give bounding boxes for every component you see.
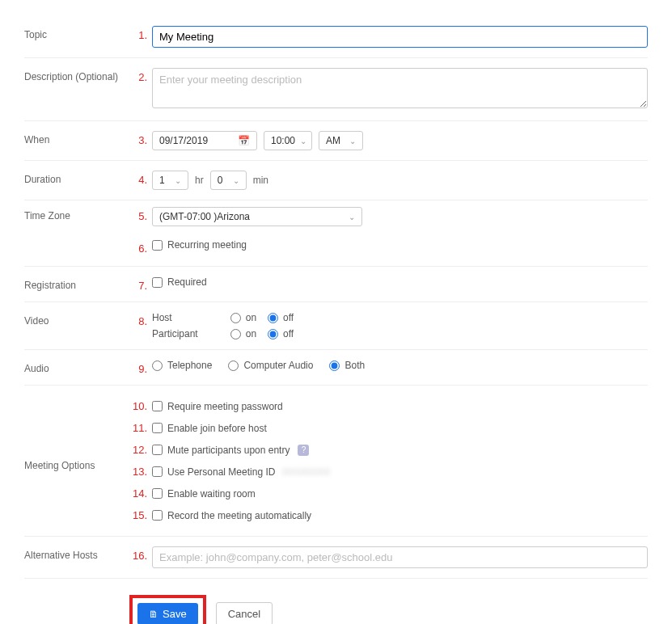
time-value: 10:00	[271, 135, 295, 146]
chevron-down-icon: ⌄	[349, 213, 355, 221]
step-5: 5.	[129, 207, 152, 222]
label-alternative-hosts: Alternative Hosts	[24, 546, 129, 561]
label-description: Description (Optional)	[24, 68, 129, 82]
step-14: 14.	[129, 487, 152, 500]
step-7: 7.	[129, 276, 152, 292]
row-description: Description (Optional) 2.	[24, 58, 648, 121]
calendar-icon: 📅	[238, 135, 250, 146]
label-topic: Topic	[24, 26, 129, 40]
waiting-room-checkbox[interactable]: Enable waiting room	[152, 488, 256, 500]
pmi-blurred: 000000000	[281, 466, 330, 478]
audio-telephone[interactable]: Telephone	[152, 360, 212, 371]
ampm-value: AM	[326, 135, 340, 146]
row-meeting-options: Meeting Options 10. Require meeting pass…	[24, 386, 648, 537]
recurring-label: Recurring meeting	[167, 239, 247, 251]
row-registration: Registration 7. Required	[24, 267, 648, 302]
label-timezone: Time Zone	[24, 207, 129, 221]
row-timezone-group: Time Zone 5. (GMT-07:00 )Arizona ⌄ 6. Re…	[24, 200, 648, 267]
minutes-value: 0	[218, 175, 223, 186]
registration-required-checkbox[interactable]: Required	[152, 276, 648, 288]
chevron-down-icon: ⌄	[233, 176, 239, 185]
chevron-down-icon: ⌄	[349, 137, 356, 145]
participant-video-off[interactable]: off	[268, 328, 294, 339]
host-video-on[interactable]: on	[230, 312, 256, 323]
cancel-button[interactable]: Cancel	[216, 602, 273, 624]
row-duration: Duration 4. 1 ⌄ hr 0 ⌄ min	[24, 161, 648, 200]
host-video-off[interactable]: off	[268, 312, 294, 323]
step-16: 16.	[129, 546, 152, 562]
label-meeting-options: Meeting Options	[24, 395, 129, 471]
audio-both[interactable]: Both	[329, 360, 365, 371]
timezone-select[interactable]: (GMT-07:00 )Arizona ⌄	[152, 207, 362, 226]
min-label: min	[253, 175, 268, 186]
row-video: Video 8. Host Participant on off on off	[24, 302, 648, 350]
save-highlight-box: 🗎 Save	[129, 595, 206, 624]
step-6: 6.	[129, 239, 152, 255]
duration-hours-select[interactable]: 1 ⌄	[152, 171, 188, 190]
topic-input[interactable]	[152, 26, 648, 48]
date-value: 09/17/2019	[159, 135, 208, 146]
step-3: 3.	[129, 131, 152, 146]
ampm-select[interactable]: AM ⌄	[319, 131, 363, 150]
step-8: 8.	[129, 312, 152, 327]
date-picker[interactable]: 09/17/2019 📅	[152, 131, 257, 150]
save-button[interactable]: 🗎 Save	[137, 603, 198, 624]
description-input[interactable]	[152, 68, 648, 108]
participant-video-on[interactable]: on	[230, 328, 256, 339]
meeting-settings-form: Topic 1. Description (Optional) 2. When …	[0, 0, 672, 624]
save-icon: 🗎	[149, 609, 158, 620]
step-2: 2.	[129, 68, 152, 83]
step-11: 11.	[129, 422, 152, 434]
row-topic: Topic 1.	[24, 16, 648, 58]
video-host-label: Host	[152, 312, 198, 323]
chevron-down-icon: ⌄	[175, 176, 181, 185]
recurring-meeting-checkbox[interactable]: Recurring meeting	[152, 239, 648, 251]
row-when: When 3. 09/17/2019 📅 10:00 ⌄ AM ⌄	[24, 121, 648, 161]
step-13: 13.	[129, 466, 152, 478]
label-when: When	[24, 131, 129, 145]
hr-label: hr	[195, 175, 204, 186]
required-checkbox-input[interactable]	[152, 277, 163, 288]
recurring-checkbox-input[interactable]	[152, 240, 163, 251]
step-9: 9.	[129, 360, 152, 375]
mute-on-entry-checkbox[interactable]: Mute participants upon entry?	[152, 445, 309, 456]
info-icon[interactable]: ?	[298, 445, 309, 456]
join-before-host-checkbox[interactable]: Enable join before host	[152, 423, 267, 434]
hours-value: 1	[159, 175, 165, 186]
alternative-hosts-input[interactable]	[152, 546, 648, 568]
required-label: Required	[167, 276, 207, 288]
label-audio: Audio	[24, 360, 129, 374]
label-duration: Duration	[24, 171, 129, 185]
label-video: Video	[24, 312, 129, 327]
step-4: 4.	[129, 171, 152, 186]
require-password-checkbox[interactable]: Require meeting password	[152, 401, 283, 412]
label-registration: Registration	[24, 276, 129, 291]
button-row: 🗎 Save Cancel	[129, 595, 648, 624]
row-audio: Audio 9. Telephone Computer Audio Both	[24, 350, 648, 386]
step-15: 15.	[129, 509, 152, 521]
step-12: 12.	[129, 444, 152, 456]
duration-minutes-select[interactable]: 0 ⌄	[210, 171, 247, 190]
save-label: Save	[163, 608, 187, 620]
row-alternative-hosts: Alternative Hosts 16.	[24, 537, 648, 579]
personal-meeting-id-checkbox[interactable]: Use Personal Meeting ID000000000	[152, 466, 330, 478]
chevron-down-icon: ⌄	[300, 137, 306, 145]
time-select[interactable]: 10:00 ⌄	[264, 131, 312, 150]
video-participant-label: Participant	[152, 328, 198, 339]
audio-computer[interactable]: Computer Audio	[228, 360, 313, 371]
step-10: 10.	[129, 400, 152, 412]
record-automatically-checkbox[interactable]: Record the meeting automatically	[152, 510, 311, 521]
step-1: 1.	[129, 26, 152, 41]
timezone-value: (GMT-07:00 )Arizona	[159, 211, 250, 222]
